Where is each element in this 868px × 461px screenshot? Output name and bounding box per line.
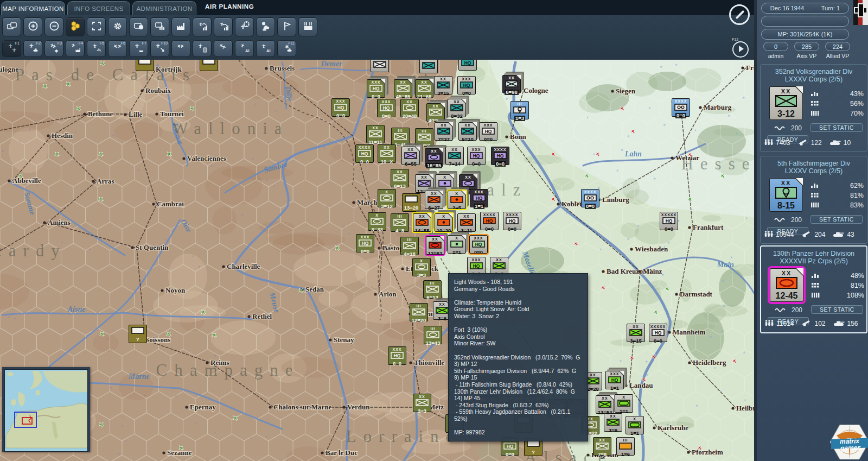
- planes-ai-button[interactable]: AI: [235, 40, 254, 57]
- unit-counter[interactable]: 13=20: [402, 193, 420, 212]
- unit-counter[interactable]: XXXHQ0=0: [356, 234, 374, 252]
- unit-counter[interactable]: X2=5: [448, 191, 466, 209]
- plane-list-button[interactable]: [193, 40, 212, 57]
- unit-counter[interactable]: XX3=3: [413, 394, 431, 412]
- unit-counter[interactable]: XXXHQ0=0: [388, 346, 406, 365]
- set-static-button[interactable]: SET STATIC: [810, 123, 863, 132]
- map-viewport[interactable]: DemerDiljeEscautSambreSommeOiseAisneMarn…: [0, 60, 754, 461]
- unit-counter[interactable]: XX45=85: [394, 79, 412, 98]
- unit-counter[interactable]: XX6=13: [391, 169, 409, 187]
- edit-pencil-button[interactable]: [729, 4, 750, 25]
- plane-ai-button[interactable]: AI: [256, 40, 275, 57]
- gear-button[interactable]: [108, 17, 127, 36]
- windows-button[interactable]: [2, 17, 21, 36]
- unit-counter[interactable]: XX: [371, 60, 389, 72]
- unit-counter[interactable]: XX7=14: [445, 147, 464, 165]
- unit-counter[interactable]: X3=3: [412, 258, 431, 276]
- unit-counter[interactable]: III6=13: [423, 280, 442, 299]
- unit-counter[interactable]: XX3=9: [604, 413, 622, 432]
- set-static-button[interactable]: SET STATIC: [811, 305, 863, 314]
- signal-jam-button[interactable]: [214, 17, 233, 36]
- unit-panel-2[interactable]: 5th Fallschirmjaeger DivLXXXV Corps (2/5…: [760, 156, 867, 244]
- planes-cross2-button[interactable]: [171, 40, 190, 57]
- unit-counter[interactable]: III30=X: [415, 128, 433, 147]
- city-aa-button[interactable]: [298, 17, 317, 36]
- unit-counter[interactable]: XX13=54: [596, 395, 614, 414]
- unit-counter[interactable]: XX: [419, 60, 438, 73]
- recon-planes-button[interactable]: F1: [2, 40, 21, 57]
- unit-counter[interactable]: III13=43: [424, 326, 442, 344]
- zoom-out-button[interactable]: [44, 17, 63, 36]
- end-turn-f12-button[interactable]: F12: [732, 41, 749, 58]
- unit-counter[interactable]: X15=46: [436, 174, 454, 193]
- unit-counter[interactable]: XX5=10: [458, 122, 477, 141]
- unit-counter-large[interactable]: XX3-12: [769, 86, 803, 120]
- unit-counter[interactable]: XXXX0=0: [672, 98, 690, 117]
- unit-counter-large[interactable]: XX12-45: [770, 268, 803, 302]
- unit-counter[interactable]: XX8=32: [448, 99, 466, 117]
- unit-counter[interactable]: X3=12: [378, 189, 396, 207]
- unit-counter[interactable]: XX21=68: [415, 79, 433, 98]
- factory-button[interactable]: [171, 17, 190, 36]
- flag-button[interactable]: [277, 17, 296, 36]
- unit-counter[interactable]: XXXXHQ0=0: [480, 212, 499, 230]
- unit-counter[interactable]: XX12=62: [426, 236, 444, 255]
- planes-cross-button[interactable]: F6: [108, 40, 127, 57]
- unit-counter[interactable]: XXXHQ0=0: [367, 79, 385, 98]
- unit-counter[interactable]: XX6=27: [425, 191, 443, 209]
- unit-counter[interactable]: XXXHQ0=0: [331, 98, 350, 117]
- unit-counter[interactable]: XXXHQ1=1: [470, 189, 488, 207]
- unit-bars-button[interactable]: [150, 17, 169, 36]
- set-static-button[interactable]: SET STATIC: [810, 215, 863, 224]
- unit-counter[interactable]: XX3=15: [434, 76, 452, 94]
- unit-counter[interactable]: XX14=58: [413, 213, 431, 232]
- planes-cross3-button[interactable]: [214, 40, 233, 57]
- frame-button[interactable]: [87, 17, 106, 36]
- tab-info-screens[interactable]: INFO SCREENS: [67, 1, 130, 15]
- unit-counter-large[interactable]: XX8-15: [769, 178, 803, 212]
- plane-target-button[interactable]: [235, 17, 254, 36]
- plane-tank-button[interactable]: F2: [23, 40, 42, 57]
- unit-counter[interactable]: XX10=X: [378, 144, 396, 163]
- unit-counter[interactable]: XXXHQ0=0: [457, 76, 476, 94]
- plane-ship-button[interactable]: F7: [129, 40, 148, 57]
- unit-counter[interactable]: XXXHQ0=0: [479, 122, 497, 141]
- tab-air-planning[interactable]: AIR PLANNING: [205, 3, 254, 10]
- unit-counter[interactable]: X10=20: [435, 213, 453, 232]
- plane-signal-button[interactable]: F5: [87, 40, 106, 57]
- strike-tank-button[interactable]: F11: [277, 40, 296, 57]
- unit-shape-button[interactable]: [129, 17, 148, 36]
- unit-counter[interactable]: ?: [129, 325, 147, 343]
- zoom-in-button[interactable]: [23, 17, 42, 36]
- unit-counter[interactable]: XX16=85: [425, 148, 443, 167]
- unit-counter[interactable]: XX11=11: [366, 125, 385, 143]
- unit-counter[interactable]: III4=8: [391, 213, 409, 232]
- unit-counter[interactable]: XXXXXHQ0=0: [649, 324, 667, 342]
- unit-counter[interactable]: III4=18: [400, 237, 419, 255]
- unit-counter[interactable]: III12=20: [410, 303, 428, 321]
- unit-counter[interactable]: XX3=11: [457, 213, 476, 232]
- unit-counter[interactable]: XX40=62: [426, 103, 445, 122]
- unit-counter[interactable]: X1=1: [615, 394, 633, 413]
- unit-counter[interactable]: X3=33: [368, 212, 386, 231]
- unit-counter[interactable]: XXXXHQ0=0: [491, 147, 509, 165]
- unit-panel-3[interactable]: 130th Panzer Lehr DivisionXXXXVII Pz Crp…: [760, 245, 867, 333]
- unit-counter[interactable]: XXXHQ0=0: [467, 147, 486, 165]
- unit-counter[interactable]: XXHQ: [458, 60, 477, 71]
- unit-counter[interactable]: XXXHQ1=1: [605, 371, 624, 389]
- unit-counter[interactable]: XX6=55: [401, 147, 420, 165]
- unit-counter[interactable]: XX7=37: [435, 122, 453, 141]
- unit-counter[interactable]: X1=1: [626, 416, 644, 434]
- minimap[interactable]: [2, 367, 90, 452]
- unit-counter[interactable]: [136, 60, 154, 71]
- unit-counter[interactable]: X1=1: [448, 235, 466, 254]
- planes-strike-button[interactable]: F3: [44, 40, 63, 57]
- unit-counter[interactable]: XXXXHQ0=0: [503, 212, 521, 230]
- unit-counter[interactable]: III9=45: [391, 128, 410, 146]
- planes-factory-button[interactable]: F4: [66, 40, 85, 57]
- tab-map-information[interactable]: MAP INFORMATION: [1, 1, 65, 15]
- unit-counter[interactable]: XX6=98: [502, 75, 521, 93]
- unit-counter[interactable]: [200, 60, 218, 71]
- unit-counter[interactable]: XX3=15: [627, 324, 645, 342]
- unit-counter[interactable]: XX12=69: [415, 174, 433, 193]
